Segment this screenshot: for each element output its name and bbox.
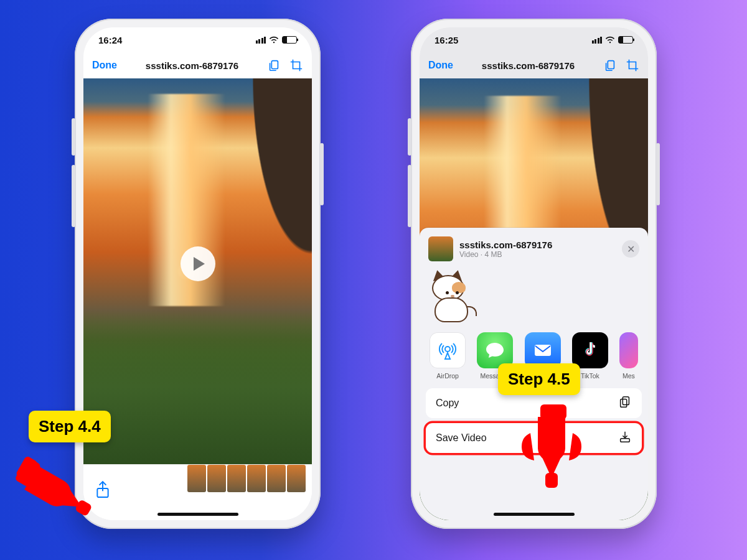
wifi-icon <box>269 36 279 44</box>
battery-icon <box>618 36 633 44</box>
share-app-label: AirDrop <box>436 372 459 380</box>
video-preview-area <box>83 78 312 464</box>
step-label-4-4: Step 4.4 <box>29 411 111 442</box>
battery-icon <box>282 36 297 44</box>
svg-rect-4 <box>535 345 551 356</box>
share-item-title: ssstiks.com-6879176 <box>459 240 616 250</box>
copy-icon[interactable] <box>267 58 281 72</box>
status-time: 16:25 <box>435 35 458 45</box>
pointer-hand-icon <box>510 404 604 510</box>
step-label-4-5: Step 4.5 <box>498 363 580 395</box>
home-indicator[interactable] <box>494 513 575 516</box>
share-contact-row <box>420 268 648 325</box>
navigation-bar: Done ssstiks.com-6879176 <box>83 52 312 78</box>
done-button[interactable]: Done <box>428 60 453 71</box>
share-item-thumbnail <box>428 236 453 261</box>
navigation-bar: Done ssstiks.com-6879176 <box>420 52 648 78</box>
cellular-signal-icon <box>592 37 603 44</box>
timeline-scrubber[interactable] <box>187 465 306 492</box>
share-app-label: TikTok <box>581 372 599 380</box>
pointer-hand-icon <box>15 451 108 538</box>
bottom-toolbar <box>83 464 312 520</box>
share-sheet-header: ssstiks.com-6879176 Video · 4 MB ✕ <box>420 228 648 268</box>
phone-screen-left: 16:24 Done ssstiks.com-6879176 <box>83 27 312 520</box>
contact-avatar-cat[interactable] <box>428 271 474 322</box>
wifi-icon <box>605 36 615 44</box>
action-label: Save Video <box>436 432 487 444</box>
svg-rect-7 <box>621 439 630 442</box>
svg-rect-12 <box>545 473 558 488</box>
airdrop-icon <box>430 332 466 368</box>
share-app-label: Messenger <box>622 372 635 380</box>
home-indicator[interactable] <box>157 513 238 516</box>
done-button[interactable]: Done <box>92 60 117 71</box>
status-time: 16:24 <box>98 35 122 45</box>
page-title: ssstiks.com-6879176 <box>482 60 575 71</box>
share-item-subtitle: Video · 4 MB <box>459 250 616 259</box>
copy-icon[interactable] <box>603 58 617 72</box>
status-bar: 16:25 <box>420 27 648 52</box>
page-title: ssstiks.com-6879176 <box>146 60 238 71</box>
crop-icon[interactable] <box>289 58 303 72</box>
status-bar: 16:24 <box>83 27 312 52</box>
svg-rect-0 <box>271 61 278 69</box>
action-label: Copy <box>436 398 459 409</box>
share-app-more[interactable]: Messenger <box>619 332 638 380</box>
svg-point-3 <box>445 347 450 352</box>
svg-rect-5 <box>622 397 629 405</box>
close-button[interactable]: ✕ <box>622 240 639 258</box>
svg-rect-2 <box>608 61 614 69</box>
status-icons <box>592 36 634 44</box>
play-button[interactable] <box>181 246 215 281</box>
share-app-airdrop[interactable]: AirDrop <box>430 332 466 380</box>
cellular-signal-icon <box>256 37 266 44</box>
copy-pages-icon <box>618 395 632 411</box>
tiktok-icon <box>572 332 608 368</box>
phone-mockup-left: 16:24 Done ssstiks.com-6879176 <box>75 19 321 529</box>
status-icons <box>256 36 298 44</box>
crop-icon[interactable] <box>626 58 639 72</box>
app-icon <box>619 332 638 368</box>
download-icon <box>618 430 632 446</box>
svg-rect-6 <box>621 399 627 407</box>
